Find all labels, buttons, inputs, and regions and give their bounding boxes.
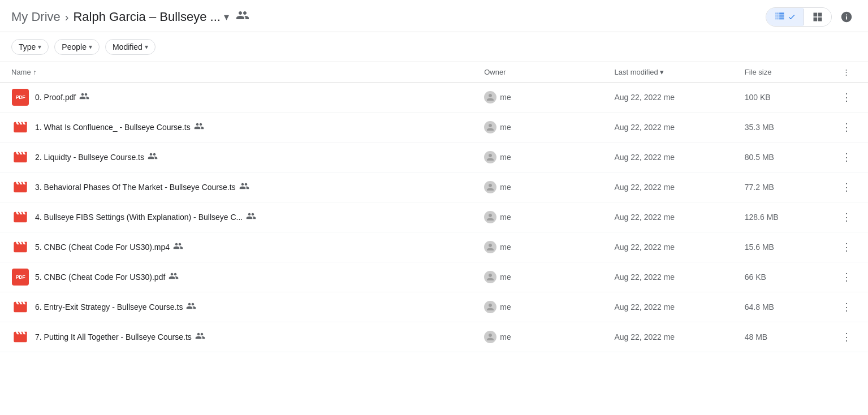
owner-cell: me [477,322,607,352]
size-cell: 100 KB [738,83,825,113]
owner-cell: me [477,232,607,262]
more-options-button[interactable]: ⋮ [838,328,855,345]
more-options-button[interactable]: ⋮ [838,89,855,106]
file-name-text: 5. CNBC (Cheat Code For US30).mp4 [35,241,183,253]
people-icon[interactable] [236,8,249,25]
file-name-text: 5. CNBC (Cheat Code For US30).pdf [35,271,179,283]
file-table: Name ↑ Owner Last modified ▾ File size ⋮… [0,62,868,352]
owner-info: me [484,211,601,223]
owner-cell: me [477,113,607,142]
shared-icon [195,331,205,343]
list-view-button[interactable] [766,8,804,26]
size-column-header[interactable]: File size [738,62,825,83]
owner-label: me [500,243,511,252]
file-name-cell: 4. Bullseye FIBS Settings (With Explanat… [0,202,477,232]
actions-column-header: ⋮ [824,62,868,83]
modified-cell: Aug 22, 2022 me [608,142,738,172]
avatar [484,241,496,253]
more-options-button[interactable]: ⋮ [838,209,855,226]
size-cell: 64.8 MB [738,292,825,322]
name-column-header[interactable]: Name ↑ [0,62,477,83]
table-row[interactable]: 7. Putting It All Together - Bullseye Co… [0,322,868,352]
avatar [484,211,496,223]
breadcrumb-area: My Drive › Ralph Garcia – Bullseye ... ▾ [11,8,249,25]
owner-cell: me [477,292,607,322]
owner-label: me [500,332,511,341]
file-name-cell: 6. Entry-Exit Strategy - Bullseye Course… [0,292,477,322]
more-options-button[interactable]: ⋮ [838,149,855,166]
header-actions [766,7,857,27]
file-name-cell: PDF 5. CNBC (Cheat Code For US30).pdf [0,262,477,292]
people-filter-arrow: ▾ [89,43,92,51]
owner-info: me [484,331,601,343]
shared-icon [173,241,183,253]
file-name-text: 4. Bullseye FIBS Settings (With Explanat… [35,211,256,223]
owner-label: me [500,123,511,132]
table-row[interactable]: 5. CNBC (Cheat Code For US30).mp4 me Aug… [0,232,868,262]
type-filter[interactable]: Type ▾ [11,39,49,55]
table-row[interactable]: 2. Liquidty - Bullseye Course.ts me Aug … [0,142,868,172]
modified-cell: Aug 22, 2022 me [608,292,738,322]
video-icon [11,208,29,226]
header: My Drive › Ralph Garcia – Bullseye ... ▾ [0,0,868,32]
modified-column-header[interactable]: Last modified ▾ [608,62,738,83]
more-options-button[interactable]: ⋮ [838,179,855,196]
table-row[interactable]: 4. Bullseye FIBS Settings (With Explanat… [0,202,868,232]
actions-cell: ⋮ [824,83,868,113]
video-icon [11,118,29,136]
shared-icon [194,121,204,133]
folder-name: Ralph Garcia – Bullseye ... [73,10,220,24]
shared-icon [79,91,89,103]
file-name-wrap: 5. CNBC (Cheat Code For US30).mp4 [11,238,470,256]
video-icon [11,298,29,316]
more-options-button[interactable]: ⋮ [838,119,855,136]
modified-filter[interactable]: Modified ▾ [105,39,156,55]
table-row[interactable]: PDF 5. CNBC (Cheat Code For US30).pdf me [0,262,868,292]
owner-column-header[interactable]: Owner [477,62,607,83]
modified-cell: Aug 22, 2022 me [608,172,738,202]
table-row[interactable]: 3. Behavioral Phases Of The Market - Bul… [0,172,868,202]
people-filter-label: People [62,42,87,51]
owner-info: me [484,271,601,283]
shared-icon [239,181,249,193]
my-drive-link[interactable]: My Drive [11,10,61,24]
owner-info: me [484,121,601,133]
info-button[interactable] [836,7,857,27]
more-options-button[interactable]: ⋮ [838,239,855,256]
file-name-wrap: 4. Bullseye FIBS Settings (With Explanat… [11,208,470,226]
file-name-wrap: 1. What Is Confluence_ - Bullseye Course… [11,118,470,136]
grid-view-button[interactable] [804,8,831,26]
owner-info: me [484,151,601,163]
avatar [484,91,496,103]
more-options-button[interactable]: ⋮ [838,299,855,315]
people-filter[interactable]: People ▾ [54,39,100,55]
more-options-button[interactable]: ⋮ [838,269,855,286]
avatar [484,301,496,313]
owner-cell: me [477,262,607,292]
owner-info: me [484,181,601,193]
actions-cell: ⋮ [824,262,868,292]
modified-cell: Aug 22, 2022 me [608,83,738,113]
file-name-cell: 3. Behavioral Phases Of The Market - Bul… [0,172,477,202]
file-list: PDF 0. Proof.pdf me Aug 22, 2022 me [0,83,868,352]
table-row[interactable]: 6. Entry-Exit Strategy - Bullseye Course… [0,292,868,322]
avatar [484,151,496,163]
owner-cell: me [477,83,607,113]
owner-label: me [500,183,511,192]
avatar [484,121,496,133]
table-row[interactable]: 1. What Is Confluence_ - Bullseye Course… [0,113,868,142]
file-name-wrap: PDF 5. CNBC (Cheat Code For US30).pdf [11,268,470,286]
shared-icon [169,271,179,283]
video-icon [11,328,29,346]
owner-info: me [484,241,601,253]
owner-label: me [500,213,511,222]
size-cell: 77.2 MB [738,172,825,202]
breadcrumb-separator: › [65,11,69,24]
modified-cell: Aug 22, 2022 me [608,262,738,292]
avatar [484,181,496,193]
modified-filter-arrow: ▾ [145,43,148,51]
table-row[interactable]: PDF 0. Proof.pdf me Aug 22, 2022 me [0,83,868,113]
view-toggle [766,7,832,27]
folder-dropdown-icon[interactable]: ▾ [224,11,229,23]
file-name-wrap: PDF 0. Proof.pdf [11,88,470,106]
